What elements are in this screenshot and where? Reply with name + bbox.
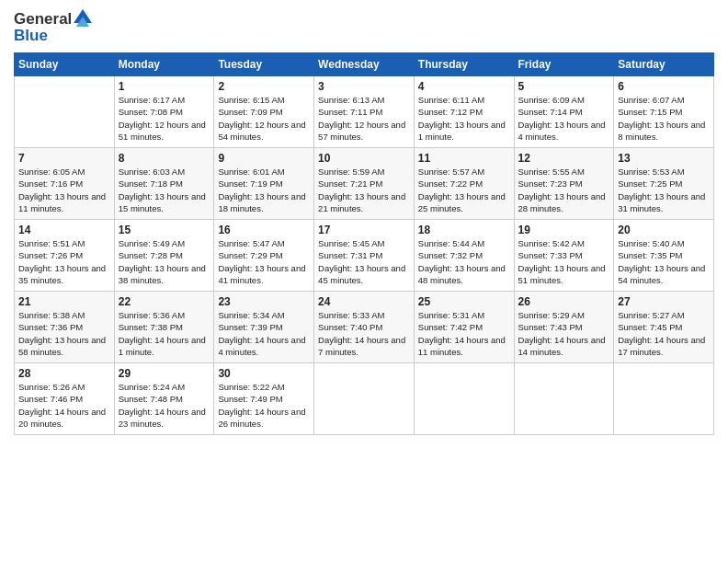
cell-sun-info: Sunrise: 6:15 AMSunset: 7:09 PMDaylight:… bbox=[218, 94, 310, 143]
calendar-cell: 12Sunrise: 5:55 AMSunset: 7:23 PMDayligh… bbox=[514, 148, 614, 220]
cell-date-number: 5 bbox=[518, 80, 610, 93]
logo: General Blue bbox=[14, 9, 92, 45]
calendar-cell bbox=[414, 363, 514, 435]
cell-sun-info: Sunrise: 5:47 AMSunset: 7:29 PMDaylight:… bbox=[218, 237, 310, 286]
calendar-week-row: 28Sunrise: 5:26 AMSunset: 7:46 PMDayligh… bbox=[15, 363, 714, 435]
calendar-cell: 19Sunrise: 5:42 AMSunset: 7:33 PMDayligh… bbox=[514, 220, 614, 292]
cell-sun-info: Sunrise: 6:11 AMSunset: 7:12 PMDaylight:… bbox=[418, 94, 510, 143]
calendar-cell: 28Sunrise: 5:26 AMSunset: 7:46 PMDayligh… bbox=[15, 363, 115, 435]
calendar-cell: 9Sunrise: 6:01 AMSunset: 7:19 PMDaylight… bbox=[214, 148, 314, 220]
calendar-cell: 2Sunrise: 6:15 AMSunset: 7:09 PMDaylight… bbox=[214, 76, 314, 148]
cell-date-number: 1 bbox=[119, 80, 210, 93]
calendar-cell: 11Sunrise: 5:57 AMSunset: 7:22 PMDayligh… bbox=[414, 148, 514, 220]
cell-sun-info: Sunrise: 5:53 AMSunset: 7:25 PMDaylight:… bbox=[618, 166, 710, 214]
calendar-cell: 21Sunrise: 5:38 AMSunset: 7:36 PMDayligh… bbox=[15, 292, 115, 363]
cell-sun-info: Sunrise: 5:57 AMSunset: 7:22 PMDaylight:… bbox=[418, 166, 510, 214]
cell-sun-info: Sunrise: 5:59 AMSunset: 7:21 PMDaylight:… bbox=[318, 166, 410, 214]
cell-sun-info: Sunrise: 5:26 AMSunset: 7:46 PMDaylight:… bbox=[18, 381, 110, 430]
cell-date-number: 28 bbox=[18, 367, 110, 380]
cell-date-number: 29 bbox=[119, 367, 210, 380]
cell-sun-info: Sunrise: 5:27 AMSunset: 7:45 PMDaylight:… bbox=[618, 309, 710, 358]
cell-date-number: 15 bbox=[119, 224, 210, 236]
calendar-week-row: 14Sunrise: 5:51 AMSunset: 7:26 PMDayligh… bbox=[15, 220, 714, 292]
calendar-week-row: 21Sunrise: 5:38 AMSunset: 7:36 PMDayligh… bbox=[15, 292, 714, 363]
cell-sun-info: Sunrise: 5:42 AMSunset: 7:33 PMDaylight:… bbox=[518, 237, 610, 286]
cell-date-number: 4 bbox=[418, 80, 510, 93]
calendar-cell: 15Sunrise: 5:49 AMSunset: 7:28 PMDayligh… bbox=[114, 220, 214, 292]
cell-sun-info: Sunrise: 5:45 AMSunset: 7:31 PMDaylight:… bbox=[318, 237, 410, 286]
calendar-cell bbox=[614, 363, 714, 435]
cell-sun-info: Sunrise: 5:22 AMSunset: 7:49 PMDaylight:… bbox=[218, 381, 310, 430]
weekday-header: Thursday bbox=[414, 53, 514, 76]
cell-date-number: 21 bbox=[18, 295, 110, 308]
cell-sun-info: Sunrise: 6:13 AMSunset: 7:11 PMDaylight:… bbox=[318, 94, 410, 143]
calendar-cell: 6Sunrise: 6:07 AMSunset: 7:15 PMDaylight… bbox=[614, 76, 714, 148]
cell-sun-info: Sunrise: 5:29 AMSunset: 7:43 PMDaylight:… bbox=[518, 309, 610, 358]
calendar-week-row: 1Sunrise: 6:17 AMSunset: 7:08 PMDaylight… bbox=[15, 76, 714, 148]
cell-sun-info: Sunrise: 6:17 AMSunset: 7:08 PMDaylight:… bbox=[119, 94, 210, 143]
weekday-header: Wednesday bbox=[314, 53, 415, 76]
cell-date-number: 7 bbox=[18, 152, 110, 165]
calendar-cell: 27Sunrise: 5:27 AMSunset: 7:45 PMDayligh… bbox=[614, 292, 714, 363]
page: General Blue SundayMondayTuesdayWednesda… bbox=[0, 0, 728, 563]
weekday-header: Saturday bbox=[614, 53, 714, 76]
cell-sun-info: Sunrise: 5:49 AMSunset: 7:28 PMDaylight:… bbox=[119, 237, 210, 286]
logo-text: General bbox=[14, 10, 72, 29]
cell-date-number: 8 bbox=[119, 152, 210, 165]
cell-date-number: 16 bbox=[218, 224, 310, 236]
calendar-cell: 13Sunrise: 5:53 AMSunset: 7:25 PMDayligh… bbox=[614, 148, 714, 220]
calendar-cell: 30Sunrise: 5:22 AMSunset: 7:49 PMDayligh… bbox=[214, 363, 314, 435]
cell-sun-info: Sunrise: 5:38 AMSunset: 7:36 PMDaylight:… bbox=[18, 309, 110, 358]
weekday-header: Monday bbox=[114, 53, 214, 76]
calendar-table: SundayMondayTuesdayWednesdayThursdayFrid… bbox=[14, 52, 714, 435]
cell-date-number: 14 bbox=[18, 224, 110, 236]
calendar-cell: 17Sunrise: 5:45 AMSunset: 7:31 PMDayligh… bbox=[314, 220, 415, 292]
calendar-cell: 7Sunrise: 6:05 AMSunset: 7:16 PMDaylight… bbox=[15, 148, 115, 220]
cell-sun-info: Sunrise: 5:36 AMSunset: 7:38 PMDaylight:… bbox=[119, 309, 210, 358]
calendar-cell: 10Sunrise: 5:59 AMSunset: 7:21 PMDayligh… bbox=[314, 148, 415, 220]
cell-date-number: 9 bbox=[218, 152, 310, 165]
calendar-cell: 14Sunrise: 5:51 AMSunset: 7:26 PMDayligh… bbox=[15, 220, 115, 292]
cell-date-number: 3 bbox=[318, 80, 410, 93]
cell-date-number: 30 bbox=[218, 367, 310, 380]
calendar-cell: 3Sunrise: 6:13 AMSunset: 7:11 PMDaylight… bbox=[314, 76, 415, 148]
calendar-cell: 29Sunrise: 5:24 AMSunset: 7:48 PMDayligh… bbox=[114, 363, 214, 435]
calendar-cell bbox=[514, 363, 614, 435]
calendar-cell bbox=[15, 76, 115, 148]
header: General Blue bbox=[14, 9, 714, 45]
cell-date-number: 27 bbox=[618, 295, 710, 308]
calendar-cell bbox=[314, 363, 415, 435]
calendar-cell: 20Sunrise: 5:40 AMSunset: 7:35 PMDayligh… bbox=[614, 220, 714, 292]
calendar-cell: 22Sunrise: 5:36 AMSunset: 7:38 PMDayligh… bbox=[114, 292, 214, 363]
cell-date-number: 18 bbox=[418, 224, 510, 236]
cell-date-number: 19 bbox=[518, 224, 610, 236]
cell-date-number: 11 bbox=[418, 152, 510, 165]
calendar-cell: 4Sunrise: 6:11 AMSunset: 7:12 PMDaylight… bbox=[414, 76, 514, 148]
cell-sun-info: Sunrise: 6:01 AMSunset: 7:19 PMDaylight:… bbox=[218, 166, 310, 214]
cell-date-number: 22 bbox=[119, 295, 210, 308]
cell-sun-info: Sunrise: 5:55 AMSunset: 7:23 PMDaylight:… bbox=[518, 166, 610, 214]
calendar-cell: 18Sunrise: 5:44 AMSunset: 7:32 PMDayligh… bbox=[414, 220, 514, 292]
cell-date-number: 10 bbox=[318, 152, 410, 165]
calendar-cell: 23Sunrise: 5:34 AMSunset: 7:39 PMDayligh… bbox=[214, 292, 314, 363]
cell-sun-info: Sunrise: 6:03 AMSunset: 7:18 PMDaylight:… bbox=[119, 166, 210, 214]
cell-date-number: 24 bbox=[318, 295, 410, 308]
cell-sun-info: Sunrise: 5:40 AMSunset: 7:35 PMDaylight:… bbox=[618, 237, 710, 286]
cell-date-number: 26 bbox=[518, 295, 610, 308]
calendar-cell: 16Sunrise: 5:47 AMSunset: 7:29 PMDayligh… bbox=[214, 220, 314, 292]
calendar-cell: 26Sunrise: 5:29 AMSunset: 7:43 PMDayligh… bbox=[514, 292, 614, 363]
cell-sun-info: Sunrise: 6:05 AMSunset: 7:16 PMDaylight:… bbox=[18, 166, 110, 214]
cell-date-number: 20 bbox=[618, 224, 710, 236]
cell-sun-info: Sunrise: 5:33 AMSunset: 7:40 PMDaylight:… bbox=[318, 309, 410, 358]
weekday-header: Tuesday bbox=[214, 53, 314, 76]
cell-sun-info: Sunrise: 6:07 AMSunset: 7:15 PMDaylight:… bbox=[618, 94, 710, 143]
header-row: SundayMondayTuesdayWednesdayThursdayFrid… bbox=[15, 53, 714, 76]
cell-date-number: 6 bbox=[618, 80, 710, 93]
cell-date-number: 2 bbox=[218, 80, 310, 93]
logo-icon bbox=[74, 9, 92, 28]
logo-blue: Blue bbox=[14, 27, 92, 45]
cell-sun-info: Sunrise: 5:51 AMSunset: 7:26 PMDaylight:… bbox=[18, 237, 110, 286]
calendar-cell: 24Sunrise: 5:33 AMSunset: 7:40 PMDayligh… bbox=[314, 292, 415, 363]
calendar-cell: 25Sunrise: 5:31 AMSunset: 7:42 PMDayligh… bbox=[414, 292, 514, 363]
calendar-cell: 8Sunrise: 6:03 AMSunset: 7:18 PMDaylight… bbox=[114, 148, 214, 220]
